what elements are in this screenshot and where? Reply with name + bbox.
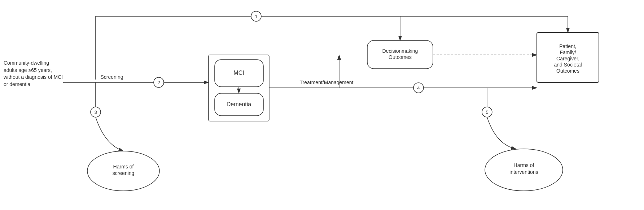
patient-text-4: and Societal bbox=[554, 62, 582, 68]
diagram-container: 1 2 3 4 5 bbox=[0, 0, 644, 210]
diagram-svg: 1 2 3 4 5 bbox=[0, 0, 644, 210]
harms-interventions-text-2: interventions bbox=[509, 169, 538, 175]
circle-1-label: 1 bbox=[255, 14, 257, 19]
harms-screening-text-2: screening bbox=[113, 170, 135, 176]
decisionmaking-text-1: Decisionmaking bbox=[382, 48, 418, 54]
circle-4-label: 4 bbox=[417, 85, 420, 91]
patient-text-3: Caregiver, bbox=[556, 56, 579, 61]
dementia-text: Dementia bbox=[227, 101, 251, 107]
treatment-label: Treatment/Management bbox=[300, 80, 354, 85]
patient-text-2: Family/ bbox=[560, 50, 576, 55]
screening-label: Screening bbox=[100, 74, 123, 80]
patient-text-1: Patient, bbox=[559, 43, 576, 49]
mci-text: MCI bbox=[233, 70, 244, 76]
circle-3-label: 3 bbox=[94, 110, 97, 115]
population-label: Community-dwelling adults age ≥65 years,… bbox=[4, 60, 63, 107]
circle-5-label: 5 bbox=[486, 110, 488, 115]
decisionmaking-text-2: Outcomes bbox=[389, 54, 412, 60]
harms-screening-text-1: Harms of bbox=[113, 164, 134, 170]
harms-interventions-text-1: Harms of bbox=[514, 162, 534, 168]
patient-text-5: Outcomes bbox=[556, 68, 579, 74]
circle-2-label: 2 bbox=[157, 80, 160, 85]
arrow3-to-harms-screening bbox=[96, 117, 123, 151]
arrow5-to-harms-interventions bbox=[487, 117, 516, 149]
